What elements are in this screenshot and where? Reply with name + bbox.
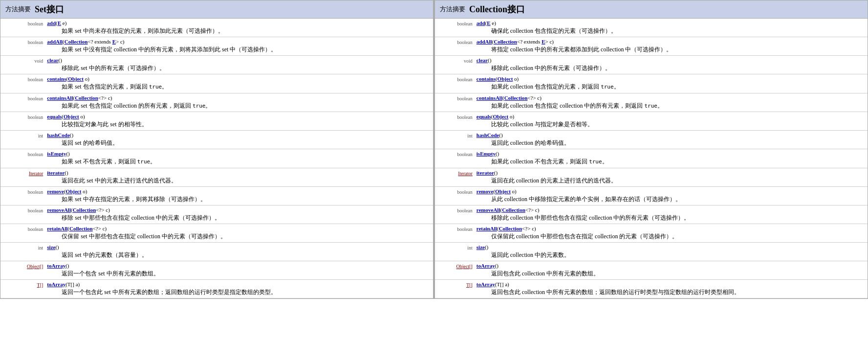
return-type-cell: boolean bbox=[435, 205, 475, 224]
table-row: booleanaddAll(Collection<? extends E> c)… bbox=[435, 37, 868, 56]
method-cell: remove(Object o)从此 collection 中移除指定元素的单个… bbox=[475, 186, 868, 205]
method-link[interactable]: clear bbox=[477, 57, 488, 63]
method-link[interactable]: removeAll bbox=[47, 207, 71, 213]
return-type-link[interactable]: Object[] bbox=[27, 264, 43, 269]
method-description: 如果 set 不包含元素，则返回 true。 bbox=[47, 157, 431, 166]
return-type-cell: boolean bbox=[0, 74, 45, 93]
method-link[interactable]: toArray bbox=[47, 263, 65, 269]
method-description: 返回 set 中的元素数（其容量）。 bbox=[47, 250, 431, 259]
method-link[interactable]: retainAll bbox=[47, 226, 67, 231]
collection-table: booleanadd(E e)确保此 collection 包含指定的元素（可选… bbox=[435, 19, 868, 298]
method-link[interactable]: contains bbox=[47, 76, 66, 82]
method-cell: addAll(Collection<? extends E> c)如果 set … bbox=[45, 37, 433, 56]
method-description: 返回一个包含此 set 中所有元素的数组；返回数组的运行时类型是指定数组的类型。 bbox=[47, 288, 431, 296]
method-cell: isEmpty()如果 set 不包含元素，则返回 true。 bbox=[45, 149, 433, 168]
method-link[interactable]: equals bbox=[477, 114, 491, 119]
method-signature: clear() bbox=[477, 57, 866, 63]
method-link[interactable]: remove bbox=[47, 188, 64, 194]
method-cell: hashCode()返回 set 的哈希码值。 bbox=[45, 131, 433, 149]
table-row: intsize()返回 set 中的元素数（其容量）。 bbox=[0, 242, 433, 261]
return-type-link[interactable]: Iterator bbox=[29, 171, 43, 176]
method-signature: toArray() bbox=[477, 263, 866, 269]
table-row: booleanequals(Object o)比较此 collection 与指… bbox=[435, 112, 868, 131]
method-link[interactable]: addAll bbox=[477, 39, 492, 45]
return-type-cell: boolean bbox=[435, 149, 475, 168]
return-type-cell: boolean bbox=[435, 186, 475, 205]
table-row: voidclear()移除此 collection 中的所有元素（可选操作）。 bbox=[435, 56, 868, 74]
method-cell: toArray(T[] a)返回包含此 collection 中所有元素的数组；… bbox=[475, 279, 868, 298]
method-link[interactable]: contains bbox=[477, 76, 496, 82]
method-signature: removeAll(Collection<?> c) bbox=[477, 207, 866, 213]
method-link[interactable]: isEmpty bbox=[47, 151, 66, 157]
return-type-cell: int bbox=[435, 131, 475, 149]
method-description: 从此 collection 中移除指定元素的单个实例，如果存在的话（可选操作）。 bbox=[477, 195, 866, 204]
method-description: 仅保留 set 中那些包含在指定 collection 中的元素（可选操作）。 bbox=[47, 232, 431, 241]
return-type-cell: boolean bbox=[435, 224, 475, 242]
method-link[interactable]: containsAll bbox=[477, 95, 502, 101]
method-link[interactable]: toArray bbox=[477, 281, 495, 287]
method-link[interactable]: remove bbox=[477, 188, 494, 194]
method-description: 返回 set 的哈希码值。 bbox=[47, 138, 431, 147]
method-signature: containsAll(Collection<?> c) bbox=[47, 95, 431, 101]
method-link[interactable]: retainAll bbox=[477, 226, 497, 231]
method-signature: toArray(T[] a) bbox=[477, 281, 866, 287]
collection-header-label: 方法摘要 bbox=[440, 5, 465, 14]
method-description: 返回在此 collection 的元素上进行迭代的迭代器。 bbox=[477, 176, 866, 185]
method-cell: equals(Object o)比较此 collection 与指定对象是否相等… bbox=[475, 112, 868, 131]
method-signature: toArray() bbox=[47, 263, 431, 269]
method-signature: iterator() bbox=[47, 170, 431, 176]
method-link[interactable]: hashCode bbox=[47, 132, 69, 138]
return-type-cell: int bbox=[0, 242, 45, 261]
return-type-cell: boolean bbox=[435, 93, 475, 112]
method-link[interactable]: hashCode bbox=[477, 132, 499, 138]
return-type-link[interactable]: Iterator bbox=[458, 171, 472, 176]
return-type-link[interactable]: Object[] bbox=[456, 264, 472, 269]
method-cell: containsAll(Collection<?> c)如果此 collecti… bbox=[475, 93, 868, 112]
method-link[interactable]: clear bbox=[47, 57, 58, 63]
table-row: booleancontainsAll(Collection<?> c)如果此 s… bbox=[0, 93, 433, 112]
method-description: 如果 set 中存在指定的元素，则将其移除（可选操作）。 bbox=[47, 195, 431, 204]
method-description: 返回一个包含 set 中所有元素的数组。 bbox=[47, 269, 431, 278]
method-signature: contains(Object o) bbox=[47, 76, 431, 82]
method-link[interactable]: size bbox=[47, 244, 55, 250]
method-description: 确保此 collection 包含指定的元素（可选操作）。 bbox=[477, 26, 866, 35]
return-type-cell: Iterator bbox=[0, 168, 45, 186]
return-type-cell: boolean bbox=[0, 186, 45, 205]
inline-code: true bbox=[589, 159, 602, 165]
method-link[interactable]: equals bbox=[47, 114, 62, 119]
method-cell: toArray(T[] a)返回一个包含此 set 中所有元素的数组；返回数组的… bbox=[45, 279, 433, 298]
table-row: booleanremove(Object o)如果 set 中存在指定的元素，则… bbox=[0, 186, 433, 205]
method-link[interactable]: addAll bbox=[47, 39, 63, 45]
method-description: 移除 set 中那些包含在指定 collection 中的元素（可选操作）。 bbox=[47, 213, 431, 222]
method-link[interactable]: add bbox=[47, 20, 56, 26]
method-description: 移除此 set 中的所有元素（可选操作）。 bbox=[47, 64, 431, 72]
set-panel: 方法摘要 Set接口 booleanadd(E e)如果 set 中尚未存在指定… bbox=[0, 0, 434, 299]
method-description: 移除此 collection 中的所有元素（可选操作）。 bbox=[477, 64, 866, 72]
return-type-cell: Object[] bbox=[0, 261, 45, 279]
method-link[interactable]: iterator bbox=[47, 170, 65, 176]
method-link[interactable]: isEmpty bbox=[477, 151, 496, 157]
method-link[interactable]: size bbox=[477, 244, 485, 250]
return-type-cell: boolean bbox=[0, 112, 45, 131]
method-link[interactable]: iterator bbox=[477, 170, 494, 176]
set-header-label: 方法摘要 bbox=[5, 5, 31, 14]
method-link[interactable]: add bbox=[477, 20, 485, 26]
method-link[interactable]: removeAll bbox=[477, 207, 500, 213]
method-signature: size() bbox=[47, 244, 431, 250]
method-link[interactable]: toArray bbox=[477, 263, 495, 269]
return-type-cell: boolean bbox=[0, 205, 45, 224]
method-link[interactable]: containsAll bbox=[47, 95, 73, 101]
method-cell: iterator()返回在此 set 中的元素上进行迭代的迭代器。 bbox=[45, 168, 433, 186]
method-description: 将指定 collection 中的所有元素都添加到此 collection 中（… bbox=[477, 45, 866, 54]
return-type-link[interactable]: T[] bbox=[37, 282, 43, 288]
inline-code: true bbox=[601, 84, 614, 90]
table-row: booleanretainAll(Collection<?> c)仅保留 set… bbox=[0, 224, 433, 242]
method-signature: size() bbox=[477, 244, 866, 250]
method-signature: removeAll(Collection<?> c) bbox=[47, 207, 431, 213]
return-type-link[interactable]: T[] bbox=[466, 282, 473, 288]
return-type-cell: boolean bbox=[0, 149, 45, 168]
method-link[interactable]: toArray bbox=[47, 281, 65, 287]
table-row: booleanaddAll(Collection<? extends E> c)… bbox=[0, 37, 433, 56]
method-signature: hashCode() bbox=[477, 132, 866, 138]
method-cell: size()返回 set 中的元素数（其容量）。 bbox=[45, 242, 433, 261]
